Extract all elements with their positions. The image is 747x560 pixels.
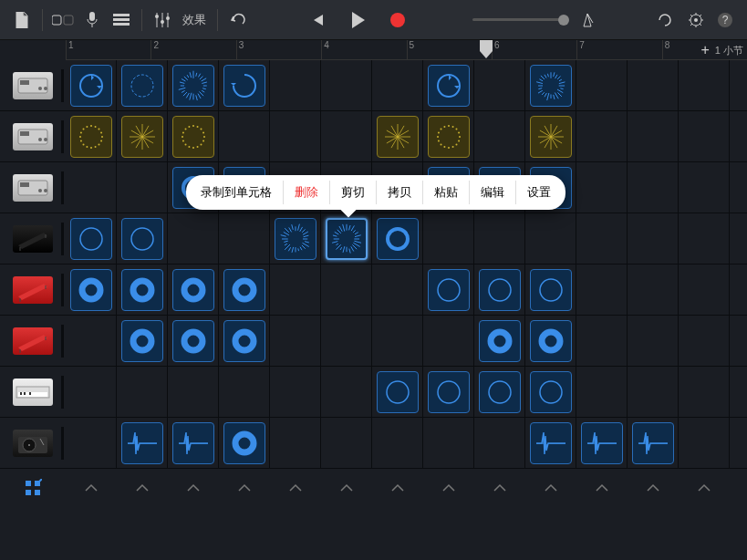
grid-cell[interactable] xyxy=(321,60,372,111)
grid-cell[interactable] xyxy=(372,367,423,418)
grid-cell[interactable] xyxy=(423,418,474,469)
grid-cell[interactable] xyxy=(474,111,525,162)
grid-cell[interactable] xyxy=(66,418,117,469)
loop-cell[interactable] xyxy=(428,269,470,311)
track-header[interactable] xyxy=(0,162,66,213)
loop-cell[interactable] xyxy=(121,218,163,260)
grid-cell[interactable] xyxy=(66,264,117,316)
context-menu-item[interactable]: 录制到单元格 xyxy=(190,181,284,204)
grid-cell[interactable] xyxy=(270,264,321,316)
grid-cell[interactable] xyxy=(321,264,372,316)
grid-cell[interactable] xyxy=(168,367,219,418)
context-menu-item[interactable]: 编辑 xyxy=(470,181,516,204)
loop-cell[interactable] xyxy=(172,116,214,158)
grid-cell[interactable] xyxy=(372,60,423,111)
grid-cell[interactable] xyxy=(628,418,679,469)
grid-cell[interactable] xyxy=(321,316,372,367)
grid-cell[interactable] xyxy=(219,60,270,111)
loop-cell[interactable] xyxy=(223,320,265,362)
grid-cell[interactable] xyxy=(219,316,270,367)
timeline-ruler[interactable]: 12345678+1 小节 xyxy=(66,40,747,60)
grid-cell[interactable] xyxy=(66,213,117,264)
grid-cell[interactable] xyxy=(628,162,679,213)
grid-cell[interactable] xyxy=(321,418,372,469)
context-menu-item[interactable]: 粘贴 xyxy=(423,181,470,204)
grid-cell[interactable] xyxy=(321,111,372,162)
grid-cell[interactable] xyxy=(270,367,321,418)
column-trigger[interactable] xyxy=(372,469,423,507)
grid-cell[interactable] xyxy=(117,316,168,367)
grid-cell[interactable] xyxy=(525,264,576,316)
grid-cell[interactable] xyxy=(372,111,423,162)
grid-cell[interactable] xyxy=(117,367,168,418)
loop-cell[interactable] xyxy=(172,269,214,311)
grid-cell[interactable] xyxy=(679,111,730,162)
loop-cell[interactable] xyxy=(377,371,419,413)
help-icon[interactable]: ? xyxy=(712,7,738,33)
loop-cell[interactable] xyxy=(632,422,674,464)
grid-cell[interactable] xyxy=(679,213,730,264)
grid-cell[interactable] xyxy=(474,264,525,316)
loop-cell[interactable] xyxy=(223,269,265,311)
grid-cell[interactable] xyxy=(219,264,270,316)
grid-cell[interactable] xyxy=(423,60,474,111)
loop-cell[interactable] xyxy=(223,65,265,107)
loop-cell[interactable] xyxy=(428,116,470,158)
loop-cell[interactable] xyxy=(172,422,214,464)
column-trigger[interactable] xyxy=(270,469,321,507)
grid-toggle-button[interactable] xyxy=(0,469,66,507)
column-trigger[interactable] xyxy=(628,469,679,507)
loop-cell[interactable] xyxy=(223,422,265,464)
grid-cell[interactable] xyxy=(117,111,168,162)
grid-cell[interactable] xyxy=(168,264,219,316)
loop-cell[interactable] xyxy=(172,65,214,107)
grid-cell[interactable] xyxy=(270,213,321,264)
track-header[interactable] xyxy=(0,60,66,111)
grid-cell[interactable] xyxy=(576,316,628,367)
grid-cell[interactable] xyxy=(66,316,117,367)
column-trigger[interactable] xyxy=(168,469,219,507)
loop-cell[interactable] xyxy=(121,116,163,158)
column-trigger[interactable] xyxy=(474,469,525,507)
grid-cell[interactable] xyxy=(270,418,321,469)
column-trigger[interactable] xyxy=(66,469,117,507)
grid-cell[interactable] xyxy=(372,418,423,469)
context-menu-item[interactable]: 拷贝 xyxy=(377,181,423,204)
record-icon[interactable] xyxy=(385,7,410,33)
track-header[interactable] xyxy=(0,367,66,418)
grid-cell[interactable] xyxy=(321,213,372,264)
grid-cell[interactable] xyxy=(66,60,117,111)
view-toggle-icon[interactable] xyxy=(50,7,76,33)
track-header[interactable] xyxy=(0,213,66,264)
loop-cell[interactable] xyxy=(530,116,572,158)
grid-cell[interactable] xyxy=(219,367,270,418)
grid-cell[interactable] xyxy=(66,162,117,213)
mixer-icon[interactable] xyxy=(150,7,175,33)
grid-cell[interactable] xyxy=(117,418,168,469)
track-header[interactable] xyxy=(0,418,66,469)
context-menu-item[interactable]: 删除 xyxy=(284,181,330,204)
loop-cell[interactable] xyxy=(275,218,316,260)
grid-cell[interactable] xyxy=(679,418,730,469)
volume-slider[interactable] xyxy=(472,18,564,21)
grid-cell[interactable] xyxy=(474,60,525,111)
grid-cell[interactable] xyxy=(576,60,628,111)
column-trigger[interactable] xyxy=(576,469,628,507)
grid-cell[interactable] xyxy=(474,418,525,469)
loop-cell[interactable] xyxy=(581,422,623,464)
loop-cell[interactable] xyxy=(479,269,521,311)
grid-cell[interactable] xyxy=(679,60,730,111)
grid-cell[interactable] xyxy=(168,213,219,264)
loop-cell[interactable] xyxy=(428,371,470,413)
column-trigger[interactable] xyxy=(525,469,576,507)
grid-cell[interactable] xyxy=(576,264,628,316)
grid-cell[interactable] xyxy=(679,367,730,418)
loop-cell[interactable] xyxy=(377,116,419,158)
loop-cell[interactable] xyxy=(172,320,214,362)
loop-cell[interactable] xyxy=(428,65,470,107)
grid-cell[interactable] xyxy=(117,213,168,264)
track-header[interactable] xyxy=(0,316,66,367)
grid-cell[interactable] xyxy=(474,213,525,264)
grid-cell[interactable] xyxy=(576,162,628,213)
rewind-icon[interactable] xyxy=(305,7,330,33)
